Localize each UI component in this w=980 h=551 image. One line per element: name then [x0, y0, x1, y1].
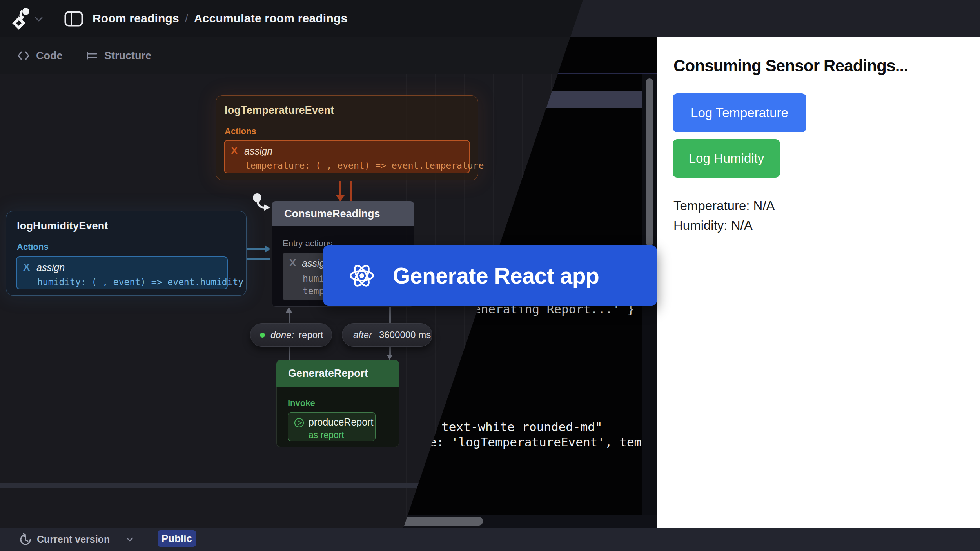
code-fragment-4: e: 'logTemperatureEvent', tempe	[429, 435, 643, 449]
preview-heading: Consuming Sensor Readings...	[673, 56, 908, 75]
log-temperature-button[interactable]: Log Temperature	[673, 93, 806, 132]
react-logo-icon	[349, 264, 375, 288]
breadcrumb: Room readings / Accumulate room readings	[93, 0, 347, 37]
state-header[interactable]: GenerateReport	[276, 360, 399, 387]
state-box-GenerateReport[interactable]: GenerateReport Invoke produceReport as r…	[276, 360, 399, 447]
version-history-icon	[19, 533, 32, 546]
after-transition-line-bottom	[389, 347, 391, 355]
breadcrumb-machine[interactable]: Accumulate room readings	[194, 12, 348, 25]
generate-react-app-banner[interactable]: Generate React app	[323, 245, 657, 306]
bottom-bar: Current version Public	[0, 528, 980, 551]
transition-arrow-humidity	[247, 248, 266, 250]
play-circle-icon	[294, 418, 304, 428]
actions-section-label: Actions	[225, 126, 256, 136]
editor-vertical-scrollbar[interactable]	[646, 78, 653, 246]
state-card-logHumidityEvent[interactable]: logHumidityEvent Actions X assign humidi…	[6, 211, 247, 296]
breadcrumb-separator: /	[185, 12, 188, 25]
action-code: temperature: (_, event) => event.tempera…	[245, 160, 484, 171]
stately-logo-icon[interactable]	[12, 7, 31, 30]
banner-label: Generate React app	[393, 263, 599, 289]
assign-action[interactable]: X assign temperature: (_, event) => even…	[224, 140, 470, 173]
after-transition-line-top	[389, 307, 391, 323]
after-keyword: after	[353, 329, 372, 340]
action-name: assign	[36, 262, 65, 273]
after-delay-value: 3600000 ms	[379, 329, 431, 340]
transition-pill-after-delay[interactable]: after 3600000 ms	[342, 323, 432, 347]
action-name: assign	[244, 145, 272, 157]
toggle-sidebar-icon[interactable]	[64, 11, 83, 27]
app-window: logTemperatureEvent Actions X assign tem…	[0, 0, 980, 551]
invoke-section-label: Invoke	[288, 398, 315, 408]
done-keyword: done:	[270, 329, 294, 340]
state-title: logTemperatureEvent	[225, 104, 334, 116]
assign-action[interactable]: X assign humidity: (_, event) => event.h…	[16, 256, 228, 289]
arrowhead-down-grey	[387, 355, 393, 360]
version-chevron-down-icon[interactable]	[126, 537, 133, 542]
done-target: report	[299, 329, 323, 340]
log-humidity-button[interactable]: Log Humidity	[673, 139, 780, 178]
state-title: logHumidityEvent	[17, 220, 108, 232]
current-version-selector[interactable]: Current version	[37, 528, 110, 551]
invoke-source-name: produceReport	[309, 416, 373, 428]
humidity-reading: Humidity: N/A	[673, 218, 753, 233]
xstate-icon: X	[231, 145, 238, 157]
done-status-dot	[260, 333, 265, 338]
transition-line-humidity	[247, 258, 270, 260]
invoke-alias: as report	[309, 430, 344, 440]
react-app-preview-panel: Consuming Sensor Readings... Log Tempera…	[657, 37, 980, 528]
done-transition-line-top	[289, 313, 290, 323]
code-fragment-3: text-white rounded-md"	[441, 420, 643, 434]
actions-section-label: Actions	[17, 242, 49, 252]
workspace-chevron-down-icon[interactable]	[34, 16, 43, 22]
arrowhead-right-blue	[265, 245, 270, 253]
xstate-icon: X	[23, 261, 30, 273]
xstate-icon: X	[289, 257, 296, 269]
state-header[interactable]: ConsumeReadings	[272, 201, 414, 226]
arrowhead-down-orange	[336, 195, 345, 202]
arrowhead-up-grey	[286, 307, 292, 313]
state-card-logTemperatureEvent[interactable]: logTemperatureEvent Actions X assign tem…	[216, 95, 478, 180]
temperature-reading: Temperature: N/A	[673, 198, 775, 213]
transition-pill-done-report[interactable]: done: report	[250, 323, 332, 347]
action-code: humidity: (_, event) => event.humidity	[37, 277, 243, 287]
breadcrumb-project[interactable]: Room readings	[93, 12, 179, 25]
current-version-label: Current version	[37, 534, 110, 545]
initial-state-icon	[252, 193, 272, 212]
done-transition-line-bottom	[289, 347, 290, 360]
top-bar: Room readings / Accumulate room readings	[0, 0, 980, 37]
transition-line-temperature	[350, 181, 352, 202]
visibility-badge[interactable]: Public	[158, 530, 196, 547]
transition-arrow-temperature	[339, 181, 341, 196]
invoke-service[interactable]: produceReport as report	[288, 412, 376, 441]
